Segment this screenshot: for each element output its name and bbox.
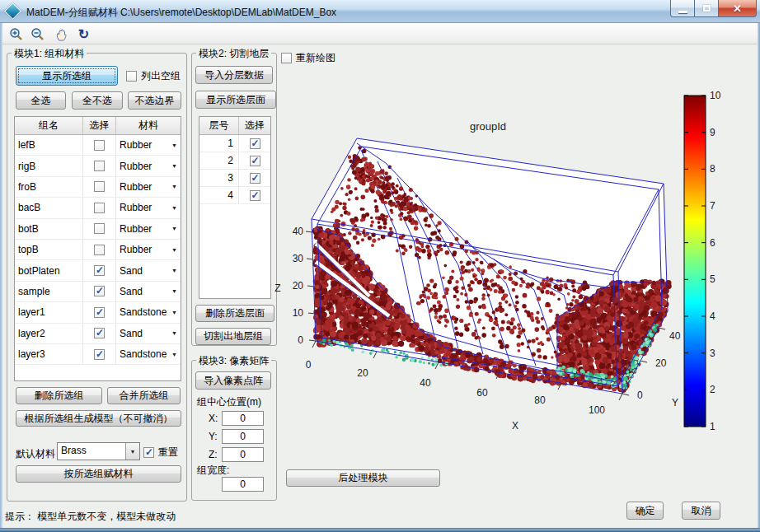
zoom-out-tool[interactable]: [29, 26, 46, 43]
show-selected-groups-button[interactable]: 显示所选组: [16, 66, 118, 86]
post-process-button[interactable]: 后处理模块: [286, 469, 440, 487]
group-center-label: 组中心位置(m): [197, 395, 261, 409]
material-dropdown[interactable]: Sandstone▼: [116, 344, 181, 364]
material-dropdown-arrow-icon[interactable]: ▼: [171, 205, 181, 211]
zoom-out-icon: [30, 27, 45, 42]
group-select-checkbox[interactable]: [94, 328, 105, 338]
x-tick-mark: [312, 341, 316, 348]
layer-select-checkbox[interactable]: [250, 138, 260, 149]
minimize-button[interactable]: [670, 0, 695, 17]
group-select-checkbox[interactable]: [94, 286, 105, 296]
group-select-cell: [83, 282, 116, 301]
material-dropdown-arrow-icon[interactable]: ▼: [171, 352, 181, 357]
list-empty-groups-checkbox[interactable]: [126, 71, 137, 82]
group-row[interactable]: froBRubber▼: [15, 177, 181, 198]
delete-groups-button[interactable]: 删除所选组: [16, 387, 102, 404]
maximize-icon: [703, 5, 711, 12]
group-row[interactable]: bacBRubber▼: [15, 198, 181, 218]
group-row[interactable]: topBRubber▼: [15, 240, 181, 260]
cancel-button[interactable]: 取消: [682, 502, 720, 520]
material-dropdown[interactable]: Rubber▼: [116, 240, 181, 259]
assign-material-button[interactable]: 按所选组赋材料: [16, 465, 181, 483]
material-dropdown[interactable]: Rubber▼: [116, 219, 181, 239]
layer-select-checkbox[interactable]: [250, 173, 260, 184]
group-select-checkbox[interactable]: [94, 203, 105, 213]
maximize-button[interactable]: [695, 0, 719, 17]
group-row[interactable]: layer3Sandstone▼: [15, 344, 181, 365]
pan-tool[interactable]: [52, 26, 69, 43]
import-layers-button[interactable]: 导入分层数据: [195, 66, 273, 84]
group-select-checkbox[interactable]: [94, 223, 105, 234]
group-select-checkbox[interactable]: [94, 181, 105, 192]
zoom-in-tool[interactable]: [7, 26, 25, 43]
colorbar-tick-label: 7: [710, 200, 715, 212]
close-button[interactable]: ✕: [719, 0, 757, 17]
select-none-button[interactable]: 全不选: [72, 91, 123, 110]
group-select-checkbox[interactable]: [94, 307, 105, 318]
group-row[interactable]: sampleSand▼: [15, 282, 181, 302]
colorbar: [684, 96, 706, 427]
material-dropdown[interactable]: Sand▼: [116, 324, 181, 343]
material-dropdown-arrow-icon[interactable]: ▼: [171, 288, 181, 294]
no-boundary-button[interactable]: 不选边界: [128, 91, 181, 110]
delete-layers-button[interactable]: 删除所选层面: [195, 305, 274, 322]
layer-select-checkbox[interactable]: [250, 190, 260, 201]
material-value: Sandstone: [120, 306, 167, 318]
ok-button[interactable]: 确定: [626, 502, 664, 520]
material-dropdown[interactable]: Rubber▼: [116, 177, 181, 197]
material-dropdown[interactable]: Sand▼: [116, 260, 181, 280]
material-dropdown[interactable]: Rubber▼: [116, 135, 181, 155]
generate-model-button[interactable]: 根据所选组生成模型（不可撤消）: [16, 410, 181, 427]
material-value: Sand: [120, 286, 143, 297]
cut-layers-button[interactable]: 切割出地层组: [195, 328, 271, 345]
layer-row[interactable]: 2: [199, 152, 270, 170]
group-row[interactable]: layer2Sand▼: [15, 324, 181, 344]
import-pixels-button[interactable]: 导入像素点阵: [195, 371, 271, 390]
x-field[interactable]: 0: [222, 411, 264, 426]
group-row[interactable]: botPlatenSand▼: [15, 260, 181, 281]
material-dropdown-arrow-icon[interactable]: ▼: [171, 330, 181, 336]
material-dropdown[interactable]: Sand▼: [116, 282, 181, 301]
rotate3d-tool[interactable]: ↻: [75, 26, 92, 43]
group-row[interactable]: lefBRubber▼: [15, 135, 181, 156]
select-all-button[interactable]: 全选: [16, 91, 66, 110]
group-select-checkbox[interactable]: [94, 161, 105, 171]
group-row[interactable]: layer1Sandstone▼: [15, 302, 181, 323]
show-layers-button[interactable]: 显示所选层面: [195, 91, 276, 109]
figure-toolbar: ↻: [2, 23, 758, 44]
material-dropdown[interactable]: Rubber▼: [116, 156, 181, 175]
group-select-checkbox[interactable]: [94, 349, 105, 360]
x-tick-label: 40: [420, 377, 431, 389]
y-field[interactable]: 0: [222, 429, 264, 444]
z-field[interactable]: 0: [222, 447, 264, 462]
material-dropdown-arrow-icon[interactable]: ▼: [171, 268, 181, 273]
material-dropdown-arrow-icon[interactable]: ▼: [171, 247, 181, 253]
layer-select-checkbox[interactable]: [250, 156, 260, 166]
material-dropdown[interactable]: Sandstone▼: [116, 302, 181, 322]
material-dropdown-arrow-icon[interactable]: ▼: [171, 142, 181, 148]
group-select-checkbox[interactable]: [94, 245, 105, 255]
material-dropdown[interactable]: Rubber▼: [116, 198, 181, 217]
material-dropdown-arrow-icon[interactable]: ▼: [171, 226, 181, 231]
reset-checkbox[interactable]: [143, 447, 154, 458]
material-dropdown-arrow-icon[interactable]: ▼: [171, 184, 181, 189]
layer-row[interactable]: 1: [199, 135, 270, 152]
layer-row[interactable]: 3: [199, 170, 270, 187]
group-select-checkbox[interactable]: [94, 140, 105, 151]
dropdown-arrow-icon[interactable]: ▼: [125, 443, 139, 460]
merge-groups-button[interactable]: 合并所选组: [107, 387, 181, 404]
layer-row[interactable]: 4: [199, 187, 270, 204]
group-width-field[interactable]: 0: [222, 477, 264, 492]
z-tick-label: 20: [293, 280, 304, 292]
layer-select-cell: [239, 187, 270, 203]
material-dropdown-arrow-icon[interactable]: ▼: [171, 163, 181, 169]
model-3d-plot[interactable]: 02040608010002040010203040groupIdXYZ1234…: [272, 49, 760, 494]
group-select-checkbox[interactable]: [94, 265, 105, 276]
redraw-checkbox[interactable]: [281, 53, 292, 63]
group-row[interactable]: botBRubber▼: [15, 219, 181, 240]
default-material-dropdown[interactable]: Brass ▼: [57, 442, 140, 460]
group-select-cell: [83, 156, 116, 175]
app-icon: [4, 2, 21, 20]
material-dropdown-arrow-icon[interactable]: ▼: [171, 310, 181, 315]
group-row[interactable]: rigBRubber▼: [15, 156, 181, 176]
